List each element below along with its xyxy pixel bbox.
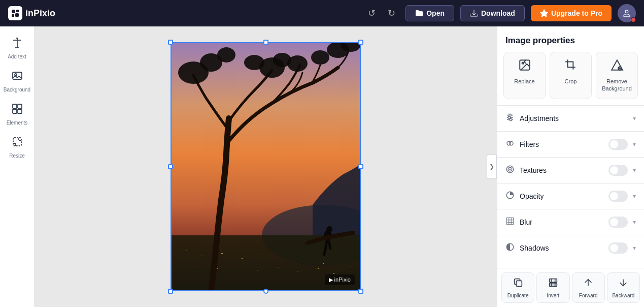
opacity-toggle[interactable] xyxy=(608,191,628,202)
user-icon xyxy=(622,9,631,18)
invert-button[interactable]: Invert xyxy=(536,272,569,303)
open-button[interactable]: Open xyxy=(405,5,454,21)
accordion-adjustments: Adjustments ▾ xyxy=(497,105,644,131)
svg-rect-29 xyxy=(236,265,238,265)
shadows-label: Shadows xyxy=(520,244,603,252)
invert-icon xyxy=(548,277,559,291)
header: inPixio ↺ ↻ Open Download Upgrade to Pro xyxy=(0,0,644,26)
avatar[interactable] xyxy=(618,4,636,22)
accordion: Adjustments ▾ Filters ▾ xyxy=(497,105,644,268)
quick-action-remove-bg[interactable]: Remove Background xyxy=(596,52,638,99)
svg-point-45 xyxy=(273,53,291,67)
duplicate-icon xyxy=(513,277,524,291)
accordion-header-adjustments[interactable]: Adjustments ▾ xyxy=(497,106,644,131)
svg-rect-12 xyxy=(13,109,17,113)
textures-toggle[interactable] xyxy=(608,165,628,176)
handle-middle-right[interactable] xyxy=(358,164,363,169)
svg-rect-3 xyxy=(15,13,19,17)
main-layout: Add text Background Eleme xyxy=(0,26,644,307)
shadows-toggle[interactable] xyxy=(608,242,628,254)
avatar-notification-badge xyxy=(631,17,636,22)
handle-bottom-right[interactable] xyxy=(358,289,363,294)
download-button[interactable]: Download xyxy=(460,5,525,21)
crop-icon xyxy=(564,58,578,75)
shadows-chevron: ▾ xyxy=(633,244,636,252)
blur-chevron: ▾ xyxy=(633,219,636,226)
svg-rect-26 xyxy=(343,260,344,260)
forward-icon xyxy=(583,277,594,291)
bottom-action-bar: Duplicate Invert xyxy=(497,268,644,307)
invert-label: Invert xyxy=(547,293,559,298)
shadows-icon xyxy=(505,242,515,254)
quick-action-replace[interactable]: Replace xyxy=(503,52,546,99)
quick-actions-group: Replace Crop xyxy=(497,52,644,105)
handle-top-right[interactable] xyxy=(358,40,363,45)
accordion-header-opacity[interactable]: Opacity ▾ xyxy=(497,183,644,209)
svg-rect-0 xyxy=(12,10,15,13)
background-icon xyxy=(11,70,23,85)
adjustments-icon xyxy=(505,113,515,124)
logo-text: inPixio xyxy=(25,8,55,19)
svg-rect-19 xyxy=(201,256,202,256)
redo-button[interactable]: ↻ xyxy=(384,6,399,21)
forward-button[interactable]: Forward xyxy=(572,272,605,303)
svg-point-56 xyxy=(508,116,511,118)
svg-point-47 xyxy=(326,226,332,232)
opacity-chevron: ▾ xyxy=(633,193,636,200)
svg-rect-20 xyxy=(221,253,223,254)
textures-icon xyxy=(505,165,515,176)
filters-toggle[interactable] xyxy=(608,139,628,150)
accordion-header-shadows[interactable]: Shadows ▾ xyxy=(497,235,644,261)
svg-rect-27 xyxy=(196,266,197,266)
replace-label: Replace xyxy=(514,78,534,85)
svg-rect-10 xyxy=(13,104,17,108)
svg-point-38 xyxy=(217,47,235,63)
replace-icon xyxy=(518,58,531,75)
remove-bg-label: Remove Background xyxy=(600,78,633,93)
svg-rect-34 xyxy=(333,273,334,274)
svg-rect-72 xyxy=(550,283,557,286)
filters-chevron: ▾ xyxy=(633,141,636,148)
handle-bottom-center[interactable] xyxy=(263,289,268,294)
panel-title: Image properties xyxy=(497,26,644,52)
svg-rect-71 xyxy=(550,279,557,282)
sidebar-item-elements[interactable]: Elements xyxy=(3,99,32,130)
quick-action-crop[interactable]: Crop xyxy=(550,52,592,99)
svg-rect-25 xyxy=(323,263,324,264)
handle-middle-left[interactable] xyxy=(168,164,173,169)
handle-top-left[interactable] xyxy=(168,40,173,45)
undo-button[interactable]: ↺ xyxy=(364,6,380,21)
open-label: Open xyxy=(426,9,445,17)
accordion-opacity: Opacity ▾ xyxy=(497,183,644,209)
svg-rect-31 xyxy=(277,267,279,267)
blur-toggle[interactable] xyxy=(608,217,628,228)
image-container[interactable]: ▶ inPixio xyxy=(171,42,361,291)
accordion-header-filters[interactable]: Filters ▾ xyxy=(497,132,644,157)
svg-rect-30 xyxy=(257,270,258,270)
svg-point-44 xyxy=(244,55,264,70)
accordion-header-textures[interactable]: Textures ▾ xyxy=(497,158,644,183)
svg-rect-22 xyxy=(262,255,263,255)
sidebar-item-background[interactable]: Background xyxy=(3,66,32,97)
accordion-header-blur[interactable]: Blur ▾ xyxy=(497,209,644,235)
sidebar-item-add-text[interactable]: Add text xyxy=(3,33,32,64)
sidebar-item-resize[interactable]: Resize xyxy=(3,132,32,163)
svg-rect-23 xyxy=(282,261,284,261)
svg-point-49 xyxy=(522,63,523,64)
svg-rect-2 xyxy=(12,14,14,17)
backward-icon xyxy=(618,277,629,291)
filters-icon xyxy=(505,139,515,150)
sidebar-item-background-label: Background xyxy=(4,87,30,93)
image-svg xyxy=(171,42,361,291)
svg-rect-21 xyxy=(242,258,243,259)
svg-rect-35 xyxy=(351,266,352,266)
backward-button[interactable]: Backward xyxy=(607,272,640,303)
handle-bottom-left[interactable] xyxy=(168,289,173,294)
sidebar-item-resize-label: Resize xyxy=(9,153,25,159)
handle-top-center[interactable] xyxy=(263,40,268,45)
svg-rect-1 xyxy=(16,10,19,12)
upgrade-button[interactable]: Upgrade to Pro xyxy=(531,5,612,21)
collapse-panel-button[interactable]: ❯ xyxy=(487,155,497,179)
duplicate-button[interactable]: Duplicate xyxy=(501,272,534,303)
backward-label: Backward xyxy=(612,293,634,298)
